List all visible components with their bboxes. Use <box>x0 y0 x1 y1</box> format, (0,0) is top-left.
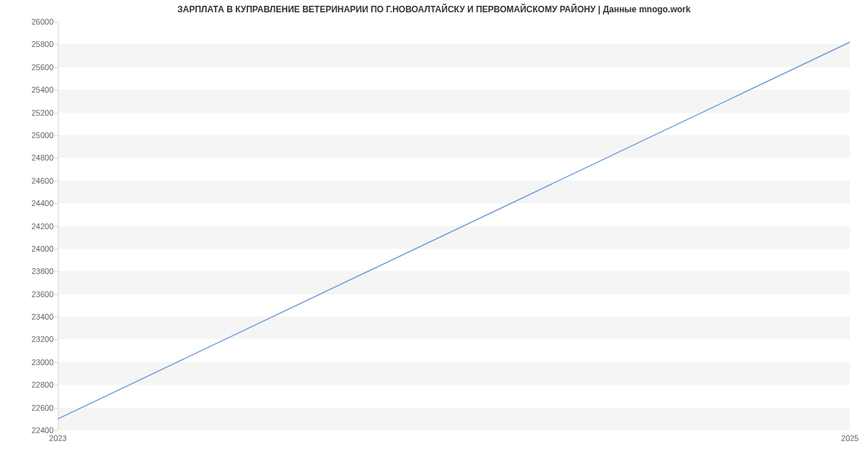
y-tick-mark <box>54 181 58 181</box>
y-tick-label: 23400 <box>17 312 54 321</box>
y-tick-mark <box>54 271 58 272</box>
y-tick-label: 24200 <box>17 222 54 231</box>
plot-area <box>58 22 850 430</box>
y-tick-mark <box>54 135 58 136</box>
y-tick-label: 25600 <box>17 63 54 72</box>
y-tick-mark <box>54 317 58 317</box>
y-tick-label: 25000 <box>17 131 54 140</box>
y-tick-mark <box>54 22 58 22</box>
line-series <box>58 22 850 430</box>
y-tick-mark <box>54 385 58 385</box>
y-tick-mark <box>54 362 58 363</box>
y-tick-mark <box>54 90 58 90</box>
y-tick-label: 25400 <box>17 85 54 94</box>
y-tick-mark <box>54 44 58 45</box>
y-tick-mark <box>54 430 58 431</box>
y-tick-label: 22600 <box>17 403 54 412</box>
y-tick-mark <box>54 226 58 227</box>
y-tick-mark <box>54 158 58 158</box>
chart-title: ЗАРПЛАТА В КУПРАВЛЕНИЕ ВЕТЕРИНАРИИ ПО Г.… <box>0 4 868 14</box>
y-tick-label: 24400 <box>17 199 54 208</box>
y-tick-label: 22800 <box>17 380 54 389</box>
x-tick-label: 2025 <box>841 434 859 443</box>
y-tick-mark <box>54 408 58 409</box>
y-tick-label: 23800 <box>17 267 54 275</box>
y-tick-mark <box>54 294 58 295</box>
y-tick-label: 25200 <box>17 108 54 117</box>
y-tick-label: 24800 <box>17 153 54 162</box>
y-tick-label: 23200 <box>17 335 54 343</box>
y-tick-label: 26000 <box>17 17 54 26</box>
y-tick-label: 25800 <box>17 40 54 48</box>
y-tick-label: 22400 <box>17 426 54 435</box>
y-tick-label: 24000 <box>17 244 54 253</box>
y-tick-mark <box>54 203 58 204</box>
y-tick-mark <box>54 113 58 114</box>
x-tick-label: 2023 <box>49 434 67 443</box>
y-tick-label: 24600 <box>17 176 54 185</box>
y-tick-mark <box>54 339 58 340</box>
y-tick-mark <box>54 249 58 249</box>
y-tick-label: 23600 <box>17 290 54 299</box>
y-tick-label: 23000 <box>17 358 54 367</box>
y-tick-mark <box>54 67 58 68</box>
